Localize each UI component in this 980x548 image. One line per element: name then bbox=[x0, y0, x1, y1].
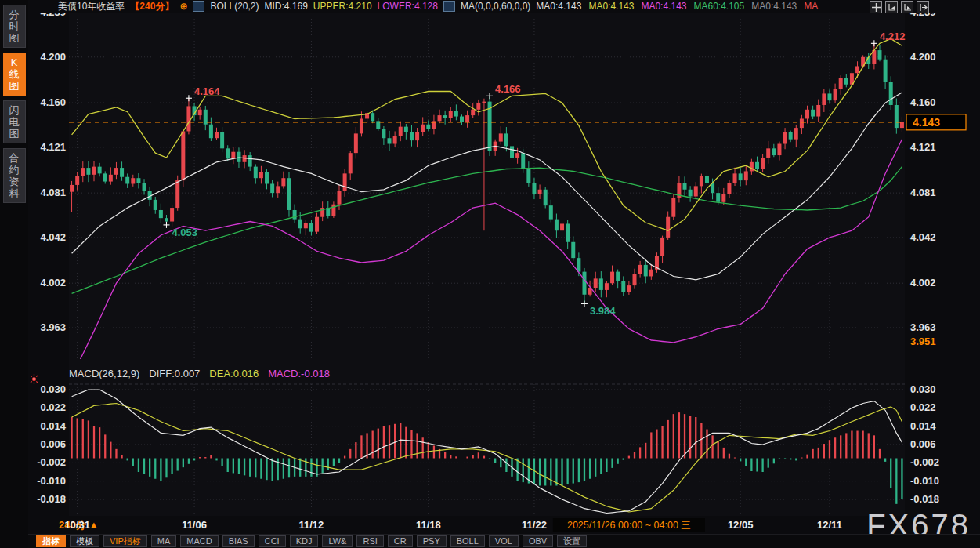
svg-text:0.014: 0.014 bbox=[40, 420, 66, 432]
svg-text:3.951: 3.951 bbox=[910, 336, 936, 347]
crosshair-icon[interactable] bbox=[870, 1, 882, 13]
ma-values: MA0:4.143MA0:4.143MA0:4.143MA60:4.105MA0… bbox=[536, 1, 818, 12]
toolbar-button-RSI[interactable]: RSI bbox=[356, 535, 383, 547]
toolbar-button-模板[interactable]: 模板 bbox=[70, 535, 99, 547]
boll-lower-value: LOWER:4.128 bbox=[378, 1, 438, 12]
svg-text:4.200: 4.200 bbox=[910, 51, 936, 63]
ma-value-1: MA0:4.143 bbox=[588, 1, 634, 12]
axis-scale-right-icon[interactable] bbox=[901, 1, 913, 13]
toolbar-button-指标[interactable]: 指标 bbox=[36, 535, 66, 547]
main-panel: 美债10年收益率 【240分】 ⊕ BOLL(20,2) MID:4.169 U… bbox=[28, 0, 980, 548]
macd-label: MACD(26,12,9) bbox=[69, 368, 139, 379]
axis-scale-left-icon[interactable] bbox=[885, 1, 898, 13]
last-price-box: 4.143 bbox=[906, 114, 966, 130]
ma-value-5: MA bbox=[804, 1, 818, 12]
date-axis: 240分 ▲10/3111/0611/1211/1811/2212/0512/1… bbox=[59, 518, 842, 532]
svg-text:4.121: 4.121 bbox=[40, 141, 66, 153]
sidebar-tab-3[interactable]: 合 约 资 料 bbox=[3, 148, 26, 203]
svg-text:4.164: 4.164 bbox=[194, 85, 220, 97]
toolbar-button-MACD[interactable]: MACD bbox=[180, 535, 218, 547]
svg-text:0.014: 0.014 bbox=[910, 420, 936, 432]
boll-chart-icon bbox=[193, 1, 204, 12]
svg-text:4.042: 4.042 bbox=[910, 231, 936, 243]
sidebar: 分 时 图K 线 图闪 电 图合 约 资 料 bbox=[0, 0, 28, 548]
toolbar-button-BOLL[interactable]: BOLL bbox=[450, 535, 485, 547]
toolbar-button-MA[interactable]: MA bbox=[151, 535, 177, 547]
svg-text:0.022: 0.022 bbox=[910, 401, 936, 413]
svg-text:-0.002: -0.002 bbox=[910, 456, 939, 468]
toolbar-button-设置[interactable]: 设置 bbox=[557, 535, 587, 547]
svg-text:0.006: 0.006 bbox=[910, 438, 936, 450]
svg-text:4.002: 4.002 bbox=[40, 277, 66, 289]
alert-starburst-icon[interactable] bbox=[28, 373, 40, 385]
svg-text:4.160: 4.160 bbox=[40, 96, 66, 108]
svg-text:4.121: 4.121 bbox=[910, 141, 936, 153]
toolbar-button-KDJ[interactable]: KDJ bbox=[290, 535, 319, 547]
svg-text:3.984: 3.984 bbox=[590, 305, 616, 317]
svg-text:11/06: 11/06 bbox=[182, 519, 207, 531]
svg-text:4.081: 4.081 bbox=[40, 187, 66, 198]
toolbar-button-PSY[interactable]: PSY bbox=[417, 535, 447, 547]
boll-mid-value: MID:4.169 bbox=[265, 1, 308, 12]
sidebar-tab-2[interactable]: 闪 电 图 bbox=[3, 100, 26, 143]
ma-value-3: MA60:4.105 bbox=[693, 1, 744, 12]
sidebar-tab-0[interactable]: 分 时 图 bbox=[3, 5, 26, 48]
svg-text:3.963: 3.963 bbox=[910, 321, 936, 333]
toolbar-button-CR[interactable]: CR bbox=[388, 535, 413, 547]
svg-text:11/22: 11/22 bbox=[522, 519, 547, 531]
svg-text:4.143: 4.143 bbox=[913, 116, 940, 129]
svg-text:12/05: 12/05 bbox=[728, 519, 754, 531]
ma-label: MA(0,0,0,60,0,0) bbox=[461, 1, 530, 12]
svg-text:0.030: 0.030 bbox=[910, 383, 936, 395]
svg-text:0.030: 0.030 bbox=[40, 383, 66, 395]
toolbar-button-CCI[interactable]: CCI bbox=[259, 535, 286, 547]
bottom-toolbar: 指标模板VIP指标MAMACDBIASCCIKDJLW&RSICRPSYBOLL… bbox=[28, 534, 980, 548]
svg-text:0.022: 0.022 bbox=[40, 401, 66, 413]
kline-chart[interactable]: 4.0534.1644.1663.9844.2124.2394.2394.200… bbox=[28, 13, 980, 535]
svg-text:4.239: 4.239 bbox=[40, 13, 66, 18]
svg-text:-0.010: -0.010 bbox=[37, 475, 66, 487]
toolbar-button-LW&[interactable]: LW& bbox=[322, 535, 353, 547]
svg-text:4.200: 4.200 bbox=[40, 51, 66, 63]
boll-upper-value: UPPER:4.210 bbox=[313, 1, 372, 12]
add-indicator-icon[interactable]: ⊕ bbox=[179, 1, 187, 12]
ma-value-2: MA0:4.143 bbox=[641, 1, 686, 12]
svg-text:11/12: 11/12 bbox=[299, 519, 324, 531]
svg-text:3.963: 3.963 bbox=[40, 321, 66, 333]
toolbar-button-VOL[interactable]: VOL bbox=[489, 535, 519, 547]
chart-header: 美债10年收益率 【240分】 ⊕ BOLL(20,2) MID:4.169 U… bbox=[28, 0, 980, 13]
svg-text:2025/11/26 00:00 ~ 04:00 三: 2025/11/26 00:00 ~ 04:00 三 bbox=[567, 520, 691, 531]
svg-text:-0.018: -0.018 bbox=[37, 493, 66, 505]
svg-text:4.042: 4.042 bbox=[40, 231, 66, 243]
svg-text:-0.010: -0.010 bbox=[910, 475, 939, 487]
boll-label: BOLL(20,2) bbox=[210, 1, 259, 12]
toolbar-button-BIAS[interactable]: BIAS bbox=[222, 535, 255, 547]
macd-macd-value: MACD:-0.018 bbox=[268, 368, 330, 379]
toolbar-button-OBV[interactable]: OBV bbox=[523, 535, 553, 547]
svg-text:4.160: 4.160 bbox=[910, 96, 936, 108]
ma-chart-icon bbox=[443, 1, 455, 12]
svg-text:4.053: 4.053 bbox=[172, 227, 197, 238]
macd-header: MACD(26,12,9) DIFF:0.007 DEA:0.016 MACD:… bbox=[69, 368, 330, 379]
svg-text:12/11: 12/11 bbox=[817, 519, 842, 531]
svg-text:4.002: 4.002 bbox=[910, 277, 936, 289]
svg-text:4.166: 4.166 bbox=[495, 83, 521, 95]
svg-text:-0.018: -0.018 bbox=[910, 493, 939, 505]
svg-text:4.212: 4.212 bbox=[880, 31, 906, 42]
macd-dea-value: DEA:0.016 bbox=[209, 368, 259, 379]
sidebar-tab-1[interactable]: K 线 图 bbox=[3, 53, 26, 96]
svg-text:10/31: 10/31 bbox=[64, 519, 90, 531]
svg-text:4.081: 4.081 bbox=[910, 187, 936, 198]
ma-value-0: MA0:4.143 bbox=[536, 1, 581, 12]
ma-value-4: MA0:4.143 bbox=[751, 1, 797, 12]
app-root: 分 时 图K 线 图闪 电 图合 约 资 料 美债10年收益率 【240分】 ⊕… bbox=[0, 0, 980, 548]
macd-diff-value: DIFF:0.007 bbox=[149, 368, 200, 379]
toolbar-button-VIP指标[interactable]: VIP指标 bbox=[103, 535, 147, 547]
svg-text:11/18: 11/18 bbox=[416, 519, 441, 531]
period-badge: 【240分】 bbox=[130, 0, 174, 13]
svg-text:-0.002: -0.002 bbox=[37, 456, 66, 468]
svg-text:4.239: 4.239 bbox=[910, 13, 936, 18]
svg-text:0.006: 0.006 bbox=[40, 438, 66, 450]
header-tools bbox=[870, 1, 929, 13]
pan-right-icon[interactable] bbox=[917, 1, 929, 13]
